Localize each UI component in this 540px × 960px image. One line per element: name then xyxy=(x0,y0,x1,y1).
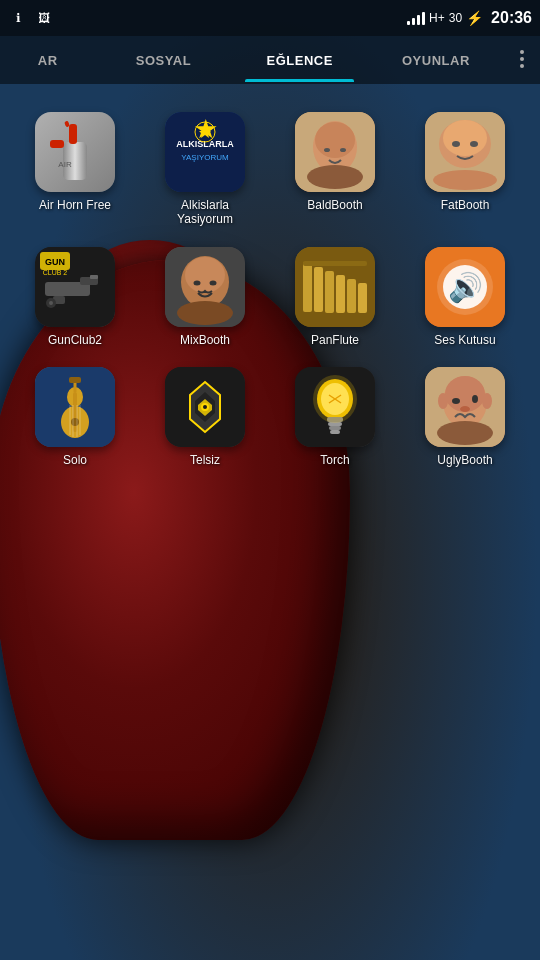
svg-point-57 xyxy=(71,418,79,426)
svg-text:YAŞIYORUM: YAŞIYORUM xyxy=(181,153,229,162)
torch-label: Torch xyxy=(320,453,349,467)
baldbooth-label: BaldBooth xyxy=(307,198,362,212)
svg-rect-74 xyxy=(330,430,340,434)
mixbooth-label: MixBooth xyxy=(180,333,230,347)
svg-text:GUN: GUN xyxy=(45,257,65,267)
svg-rect-2 xyxy=(64,120,70,127)
svg-point-81 xyxy=(452,398,460,404)
svg-point-82 xyxy=(472,395,478,403)
svg-point-20 xyxy=(452,141,460,147)
svg-rect-41 xyxy=(314,267,323,312)
signal-type: H+ xyxy=(429,11,445,25)
svg-point-36 xyxy=(194,280,201,285)
baldbooth-icon xyxy=(295,112,375,192)
status-bar: ℹ 🖼 H+ 30 ⚡ 20:36 xyxy=(0,0,540,36)
svg-point-85 xyxy=(482,393,492,409)
status-left-icons: ℹ 🖼 xyxy=(8,8,54,28)
airhorn-icon: AIR xyxy=(35,112,115,192)
svg-point-35 xyxy=(185,257,225,293)
airhorn-label: Air Horn Free xyxy=(39,198,111,212)
telsiz-label: Telsiz xyxy=(190,453,220,467)
svg-point-83 xyxy=(460,406,470,412)
dot3 xyxy=(520,64,524,68)
svg-point-15 xyxy=(340,148,346,152)
svg-text:CLUB 2: CLUB 2 xyxy=(43,269,68,276)
signal-num: 30 xyxy=(449,11,462,25)
svg-point-37 xyxy=(210,280,217,285)
svg-rect-45 xyxy=(358,283,367,313)
app-baldbooth[interactable]: BaldBooth xyxy=(270,104,400,239)
app-alkislarla[interactable]: ALKISLARLA YAŞIYORUM Alkislarla Yasiyoru… xyxy=(140,104,270,239)
svg-rect-3 xyxy=(50,140,64,148)
svg-rect-44 xyxy=(347,279,356,313)
svg-point-84 xyxy=(438,393,448,409)
app-torch[interactable]: Torch xyxy=(270,359,400,479)
status-right-info: H+ 30 ⚡ 20:36 xyxy=(407,9,532,27)
panflute-label: PanFlute xyxy=(311,333,359,347)
app-panflute[interactable]: PanFlute xyxy=(270,239,400,359)
svg-point-14 xyxy=(324,148,330,152)
svg-point-86 xyxy=(437,421,493,445)
fatbooth-label: FatBooth xyxy=(441,198,490,212)
solo-icon xyxy=(35,367,115,447)
svg-text:AIR: AIR xyxy=(58,160,72,169)
svg-rect-73 xyxy=(329,426,341,430)
svg-rect-43 xyxy=(336,275,345,313)
seskutusu-icon: 🔊 xyxy=(425,247,505,327)
svg-point-13 xyxy=(315,122,355,158)
tab-oyunlar[interactable]: OYUNLAR xyxy=(368,39,504,80)
svg-point-32 xyxy=(49,301,53,305)
svg-rect-40 xyxy=(303,262,312,312)
seskutusu-label: Ses Kutusu xyxy=(434,333,495,347)
dot2 xyxy=(520,57,524,61)
info-icon: ℹ xyxy=(8,8,28,28)
panflute-icon xyxy=(295,247,375,327)
svg-point-67 xyxy=(203,405,207,409)
app-seskutusu[interactable]: 🔊 Ses Kutusu xyxy=(400,239,530,359)
svg-text:ALKISLARLA: ALKISLARLA xyxy=(176,139,234,149)
apps-grid: AIR Air Horn Free ALKISLARLA YAŞIYORUM A… xyxy=(0,84,540,500)
uglybooth-label: UglyBooth xyxy=(437,453,492,467)
app-uglybooth[interactable]: UglyBooth xyxy=(400,359,530,479)
svg-rect-30 xyxy=(90,275,98,279)
svg-point-21 xyxy=(470,141,478,147)
app-telsiz[interactable]: Telsiz xyxy=(140,359,270,479)
svg-rect-56 xyxy=(69,377,81,383)
svg-point-16 xyxy=(307,165,363,189)
gunclub2-icon: GUN CLUB 2 xyxy=(35,247,115,327)
telsiz-icon xyxy=(165,367,245,447)
solo-label: Solo xyxy=(63,453,87,467)
tab-ar[interactable]: AR xyxy=(0,39,95,80)
app-solo[interactable]: Solo xyxy=(10,359,140,479)
app-airhorn[interactable]: AIR Air Horn Free xyxy=(10,104,140,239)
svg-point-19 xyxy=(443,120,487,156)
app-fatbooth[interactable]: FatBooth xyxy=(400,104,530,239)
alkislarla-icon: ALKISLARLA YAŞIYORUM xyxy=(165,112,245,192)
svg-point-38 xyxy=(177,301,233,325)
gunclub2-label: GunClub2 xyxy=(48,333,102,347)
app-mixbooth[interactable]: MixBooth xyxy=(140,239,270,359)
app-gunclub2[interactable]: GUN CLUB 2 GunClub2 xyxy=(10,239,140,359)
dot1 xyxy=(520,50,524,54)
time-display: 20:36 xyxy=(491,9,532,27)
svg-text:🔊: 🔊 xyxy=(448,271,483,304)
svg-rect-1 xyxy=(69,124,77,144)
svg-point-22 xyxy=(433,170,497,190)
tab-sosyal[interactable]: SOSYAL xyxy=(95,39,231,80)
overflow-menu-button[interactable] xyxy=(504,36,540,82)
tab-eglence[interactable]: EĞLENCE xyxy=(232,39,368,80)
signal-bars xyxy=(407,11,425,25)
torch-icon xyxy=(295,367,375,447)
mixbooth-icon xyxy=(165,247,245,327)
image-icon: 🖼 xyxy=(34,8,54,28)
nav-tabs: AR SOSYAL EĞLENCE OYUNLAR xyxy=(0,36,540,84)
svg-rect-42 xyxy=(325,271,334,313)
battery-icon: ⚡ xyxy=(466,10,483,26)
alkislarla-label: Alkislarla Yasiyorum xyxy=(160,198,250,227)
fatbooth-icon xyxy=(425,112,505,192)
svg-rect-46 xyxy=(303,261,367,266)
uglybooth-icon xyxy=(425,367,505,447)
